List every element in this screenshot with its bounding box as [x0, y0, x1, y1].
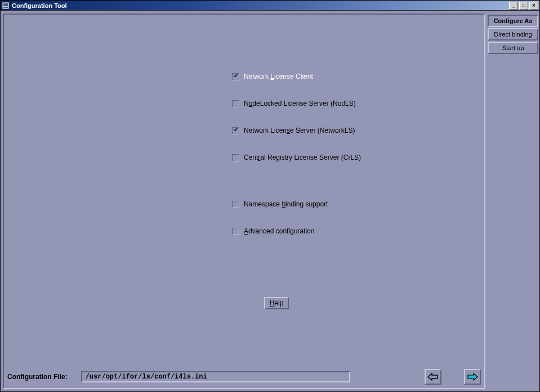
check-nodelocked-license-server[interactable]: NodeLocked License Server (NodLS) — [232, 100, 356, 107]
arrow-right-icon — [467, 372, 478, 381]
svg-rect-2 — [3, 7, 8, 8]
app-icon — [2, 2, 10, 10]
check-label: Advanced configuration — [244, 227, 314, 235]
checkbox-icon — [232, 228, 239, 235]
svg-rect-1 — [3, 3, 8, 6]
config-file-label: Configuration File: — [7, 373, 68, 381]
check-network-license-server[interactable]: Network License Server (NetworkLS) — [232, 127, 355, 134]
minimize-button[interactable]: _ — [509, 2, 518, 10]
check-central-registry-license-server[interactable]: Central Registry License Server (CrLS) — [232, 154, 361, 161]
check-label: Network License Client — [244, 73, 313, 80]
check-network-license-client[interactable]: Network License Client — [232, 73, 313, 80]
tab-direct-binding[interactable]: Direct binding — [488, 28, 538, 40]
close-button[interactable]: × — [529, 2, 538, 10]
checkbox-icon — [232, 100, 239, 107]
tab-configure-as[interactable]: Configure As — [488, 15, 538, 27]
config-file-input[interactable] — [81, 371, 350, 382]
maximize-button[interactable]: □ — [519, 2, 528, 10]
client-area: Network License Client NodeLocked Licens… — [1, 11, 539, 391]
tab-start-up[interactable]: Start up — [488, 42, 538, 54]
app-window: Configuration Tool _ □ × Network License… — [0, 0, 540, 392]
titlebar[interactable]: Configuration Tool _ □ × — [1, 1, 539, 11]
bottom-row: Configuration File: — [7, 369, 481, 385]
check-label: NodeLocked License Server (NodLS) — [244, 100, 356, 107]
check-label: Network License Server (NetworkLS) — [244, 127, 355, 134]
check-advanced-configuration[interactable]: Advanced configuration — [232, 227, 314, 235]
window-title: Configuration Tool — [12, 2, 67, 9]
form-area: Network License Client NodeLocked Licens… — [4, 15, 484, 388]
back-button[interactable] — [425, 369, 441, 385]
check-label: Central Registry License Server (CrLS) — [244, 154, 361, 161]
checkbox-icon — [232, 201, 239, 208]
next-button[interactable] — [464, 369, 481, 385]
check-namespace-binding-support[interactable]: Namespace binding support — [232, 200, 328, 208]
main-frame: Network License Client NodeLocked Licens… — [3, 13, 485, 389]
checkbox-icon — [232, 154, 239, 161]
side-tabs: Configure As Direct binding Start up — [488, 11, 539, 391]
arrow-left-icon — [427, 372, 439, 381]
help-button[interactable]: Help — [264, 297, 289, 309]
checkbox-icon — [232, 127, 239, 134]
check-label: Namespace binding support — [244, 200, 328, 208]
checkbox-icon — [232, 73, 239, 80]
